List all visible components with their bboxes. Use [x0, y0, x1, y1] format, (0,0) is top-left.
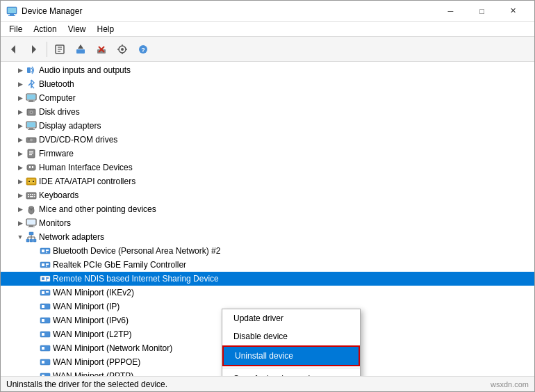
svg-rect-49 [26, 193, 36, 199]
expand-monitors[interactable]: ▶ [15, 218, 26, 229]
tree-item-firmware[interactable]: ▶ Firmware [1, 147, 534, 161]
expand-bluetooth[interactable]: ▶ [15, 79, 26, 90]
spacer-wan-l2tp [28, 329, 40, 340]
svg-rect-65 [26, 239, 29, 242]
context-uninstall-device[interactable]: Uninstall device [222, 345, 360, 366]
spacer-wan-netmon [28, 343, 40, 354]
context-separator-1 [222, 368, 360, 368]
tree-item-bluetooth[interactable]: ▶ Bluetooth [1, 77, 534, 91]
help-button[interactable]: ? [133, 40, 153, 59]
audio-icon [26, 65, 37, 76]
disk-icon [26, 106, 37, 117]
tree-item-display[interactable]: ▶ Display adapters [1, 119, 534, 133]
forward-button[interactable] [24, 40, 44, 59]
maximize-button[interactable]: □ [466, 1, 497, 22]
menu-action[interactable]: Action [28, 23, 62, 35]
expand-firmware[interactable]: ▶ [15, 148, 26, 159]
expand-audio[interactable]: ▶ [15, 65, 26, 76]
svg-rect-1 [10, 14, 14, 15]
expand-keyboards[interactable]: ▶ [15, 190, 26, 201]
wan-pppoe-label: WAN Miniport (PPPOE) [53, 357, 140, 367]
svg-rect-44 [32, 166, 33, 168]
close-button[interactable]: ✕ [497, 1, 529, 22]
spacer-bt-network [28, 245, 40, 256]
uninstall-button[interactable] [92, 40, 111, 59]
tree-item-keyboards[interactable]: ▶ Keyboards [1, 188, 534, 202]
tree-item-hid[interactable]: ▶ Human Interface Devices [1, 161, 534, 174]
expand-mice[interactable]: ▶ [15, 204, 26, 215]
menu-help[interactable]: Help [92, 23, 120, 35]
svg-rect-43 [29, 166, 31, 168]
scan-button[interactable] [113, 40, 132, 59]
adapter-icon-4 [40, 287, 51, 298]
ide-icon [26, 176, 37, 187]
minimize-button[interactable]: ─ [435, 1, 466, 22]
firmware-label: Firmware [39, 149, 74, 158]
svg-marker-4 [11, 45, 15, 54]
tree-item-wan-ikev2[interactable]: WAN Miniport (IKEv2) [1, 286, 534, 300]
realtek-label: Realtek PCIe GbE Family Controller [53, 260, 186, 270]
window-controls: ─ □ ✕ [435, 1, 529, 22]
dvd-icon [26, 134, 37, 145]
keyboard-icon [26, 190, 37, 201]
menu-file[interactable]: File [3, 23, 28, 35]
expand-ide[interactable]: ▶ [15, 176, 26, 187]
wan-ip-label: WAN Miniport (IP) [53, 302, 120, 311]
app-icon [6, 6, 17, 17]
svg-rect-26 [29, 100, 33, 101]
adapter-icon-2 [40, 259, 51, 270]
svg-rect-95 [42, 347, 44, 350]
svg-point-16 [121, 48, 124, 51]
tree-item-remote-ndis[interactable]: Remote NDIS based Internet Sharing Devic… [1, 272, 534, 286]
tree-item-network[interactable]: ▼ Network adapters [1, 230, 534, 244]
status-bar: Uninstalls the driver for the selected d… [1, 376, 534, 391]
audio-label: Audio inputs and outputs [39, 65, 131, 75]
hid-icon [26, 162, 37, 173]
tree-item-dvd[interactable]: ▶ DVD/CD-ROM drives [1, 133, 534, 147]
tree-item-audio[interactable]: ▶ Audio inputs and outputs [1, 63, 534, 77]
properties-button[interactable] [50, 40, 69, 59]
context-disable-device[interactable]: Disable device [222, 327, 360, 345]
adapter-icon-9 [40, 357, 51, 368]
expand-network[interactable]: ▼ [15, 231, 26, 243]
tree-item-realtek[interactable]: Realtek PCIe GbE Family Controller [1, 258, 534, 272]
tree-item-bt-network[interactable]: Bluetooth Device (Personal Area Network)… [1, 244, 534, 258]
wan-ikev2-label: WAN Miniport (IKEv2) [53, 288, 134, 297]
wan-pptp-label: WAN Miniport (PPTP) [53, 371, 133, 376]
network-icon [26, 231, 37, 243]
svg-rect-97 [42, 361, 44, 364]
dvd-label: DVD/CD-ROM drives [39, 135, 117, 145]
tree-item-computer[interactable]: ▶ Computer [1, 91, 534, 105]
update-driver-button[interactable] [71, 40, 90, 59]
svg-rect-61 [27, 220, 35, 224]
context-scan-hardware[interactable]: Scan for hardware changes [222, 370, 360, 376]
svg-rect-50 [28, 194, 29, 195]
expand-hid[interactable]: ▶ [15, 162, 26, 173]
svg-rect-99 [42, 375, 44, 376]
monitor-icon [26, 218, 37, 229]
tree-item-monitors[interactable]: ▶ Monitors [1, 216, 534, 230]
context-update-driver[interactable]: Update driver [222, 309, 360, 327]
svg-marker-5 [32, 45, 36, 54]
menu-view[interactable]: View [63, 23, 92, 35]
computer-label: Computer [39, 93, 76, 103]
svg-rect-76 [46, 252, 47, 253]
spacer-realtek [28, 259, 40, 270]
tree-item-diskdrives[interactable]: ▶ Disk drives [1, 105, 534, 119]
expand-display[interactable]: ▶ [15, 120, 26, 131]
expand-dvd[interactable]: ▶ [15, 134, 26, 145]
expand-disk[interactable]: ▶ [15, 106, 26, 117]
tree-item-ide[interactable]: ▶ IDE ATA/ATAPI controllers [1, 174, 534, 188]
monitors-label: Monitors [39, 218, 71, 228]
window-title: Device Manager [22, 6, 82, 16]
status-corner: wsxdn.com [491, 380, 529, 389]
svg-rect-86 [42, 291, 44, 294]
hid-label: Human Interface Devices [39, 163, 133, 172]
svg-point-59 [29, 206, 34, 209]
tree-item-mice[interactable]: ▶ Mice and other pointing devices [1, 202, 534, 216]
context-menu: Update driver Disable device Uninstall d… [222, 309, 361, 376]
expand-computer[interactable]: ▶ [15, 92, 26, 104]
svg-rect-40 [29, 153, 33, 154]
svg-rect-53 [34, 194, 35, 195]
back-button[interactable] [3, 40, 23, 59]
